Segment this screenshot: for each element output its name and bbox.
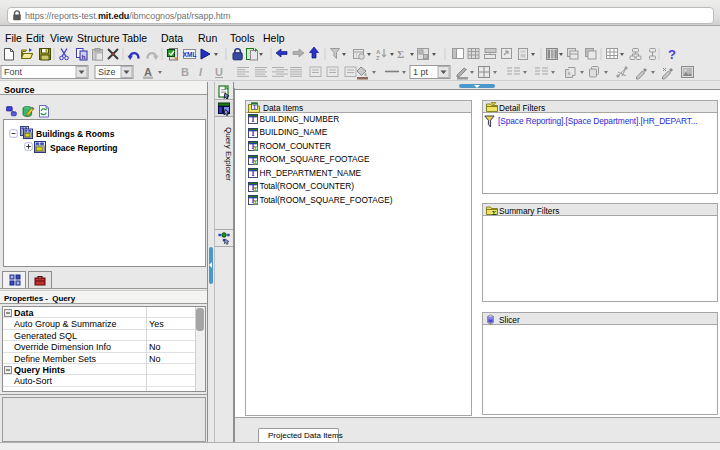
svg-text:T: T bbox=[250, 116, 255, 125]
svg-text:1 pt: 1 pt bbox=[413, 67, 429, 77]
svg-text:h: h bbox=[82, 54, 86, 60]
svg-text:I: I bbox=[199, 66, 203, 78]
svg-text:T: T bbox=[250, 129, 255, 138]
svg-text:Σ: Σ bbox=[492, 209, 497, 216]
svg-text:U: U bbox=[215, 66, 223, 78]
svg-text:Size: Size bbox=[98, 67, 116, 77]
svg-text:Z: Z bbox=[376, 55, 380, 61]
svg-text:XML: XML bbox=[183, 51, 197, 58]
svg-text:T: T bbox=[253, 103, 257, 109]
svg-text:A: A bbox=[376, 49, 381, 55]
svg-text:?: ? bbox=[668, 47, 676, 62]
svg-text:Σ: Σ bbox=[397, 48, 404, 60]
svg-text:Font: Font bbox=[4, 67, 23, 77]
svg-text:A: A bbox=[144, 66, 152, 78]
svg-text:T: T bbox=[250, 170, 255, 179]
svg-text:B: B bbox=[181, 66, 189, 78]
